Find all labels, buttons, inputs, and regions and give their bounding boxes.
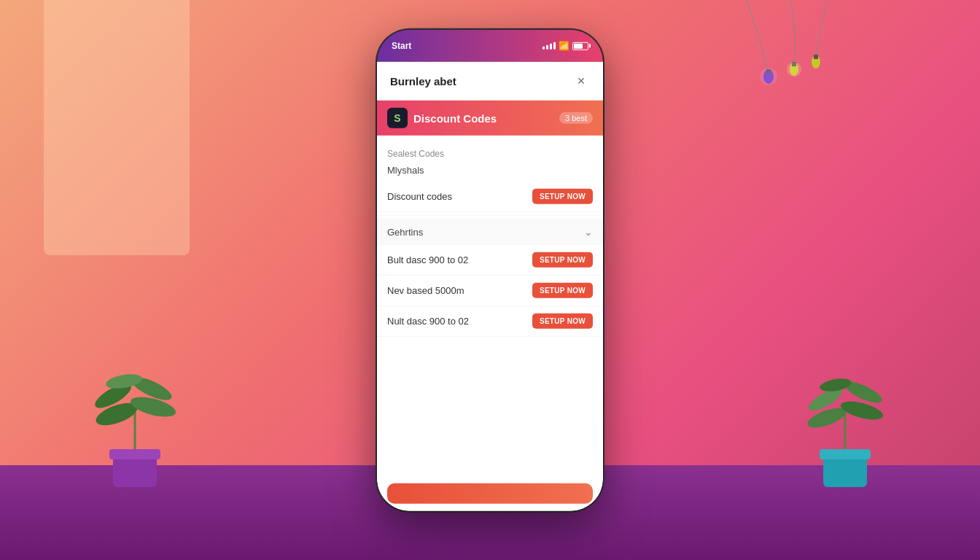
close-button[interactable]: × — [572, 72, 590, 90]
section-label-2: Mlyshals — [377, 162, 603, 182]
cta-button[interactable] — [387, 483, 593, 504]
list-item-text-nev-based: Nev based 5000m — [387, 285, 464, 296]
list-item-nev-based: Nev based 5000m SETUP NOW — [377, 276, 603, 306]
list-item-text-bult-dasc: Bult dasc 900 to 02 — [387, 254, 468, 265]
status-bar: Start 📶 — [377, 30, 603, 62]
svg-rect-9 — [820, 449, 871, 459]
list-item-nult-dasc: Nult dasc 900 to 02 SETUP NOW — [377, 306, 603, 337]
modal-title: Burnley abet — [390, 74, 456, 87]
shopify-icon: S — [387, 108, 408, 128]
section-label-1: Sealest Codes — [377, 144, 603, 162]
list-item-bult-dasc: Bult dasc 900 to 02 SETUP NOW — [377, 245, 603, 276]
phone-frame: Start 📶 Burnley abet × S — [377, 30, 603, 511]
signal-icon — [542, 42, 556, 50]
shopify-header: S Discount Codes 3 best — [377, 101, 603, 136]
plant-left — [88, 341, 182, 487]
list-item-discount-codes: Discount codes SETUP NOW — [377, 182, 603, 212]
modal-header: Burnley abet × — [377, 62, 603, 101]
shopify-badge: 3 best — [559, 112, 593, 124]
status-icons: 📶 — [542, 41, 588, 51]
wifi-icon: 📶 — [559, 41, 569, 51]
svg-point-23 — [787, 62, 801, 77]
hanging-lights — [703, 0, 849, 146]
status-start-label: Start — [392, 41, 411, 51]
accordion-label-gehrtins: Gehrtins — [387, 226, 423, 237]
bottom-cta-container — [377, 476, 603, 511]
setup-button-bult-dasc[interactable]: SETUP NOW — [532, 252, 593, 268]
phone-content: Burnley abet × S Discount Codes 3 best S… — [377, 62, 603, 511]
section-divider-1 — [377, 215, 603, 216]
svg-rect-21 — [814, 55, 818, 59]
accordion-gehrtins[interactable]: Gehrtins ⌄ — [377, 219, 603, 245]
shopify-title: Discount Codes — [413, 112, 497, 124]
list-item-text-nult-dasc: Nult dasc 900 to 02 — [387, 316, 469, 327]
bg-window-decoration — [44, 0, 190, 255]
svg-point-22 — [760, 68, 777, 85]
content-scroll[interactable]: Sealest Codes Mlyshals Discount codes SE… — [377, 136, 603, 476]
setup-button-nev-based[interactable]: SETUP NOW — [532, 283, 593, 298]
list-item-text-discount-codes: Discount codes — [387, 191, 452, 202]
chevron-down-icon: ⌄ — [584, 226, 593, 238]
plant-right — [798, 341, 892, 487]
svg-rect-1 — [109, 449, 160, 459]
battery-icon — [572, 42, 588, 50]
setup-button-nult-dasc[interactable]: SETUP NOW — [532, 314, 593, 329]
shopify-left: S Discount Codes — [387, 108, 497, 128]
setup-button-discount-codes[interactable]: SETUP NOW — [532, 189, 593, 204]
